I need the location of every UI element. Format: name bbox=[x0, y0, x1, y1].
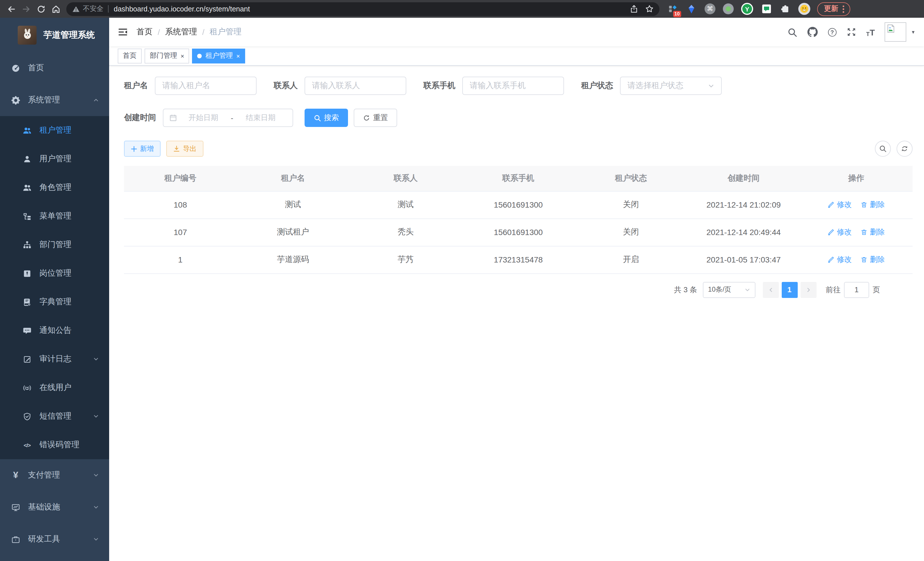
fullscreen-button[interactable] bbox=[842, 27, 861, 37]
date-range-input[interactable]: 开始日期 - 结束日期 bbox=[163, 109, 293, 127]
sidebar-item-sms[interactable]: 短信管理 bbox=[0, 402, 109, 431]
goto-page-input[interactable] bbox=[844, 282, 869, 298]
table-header-row: 租户编号 租户名 联系人 联系手机 租户状态 创建时间 操作 bbox=[124, 166, 913, 191]
start-date-placeholder: 开始日期 bbox=[177, 113, 230, 123]
download-icon bbox=[173, 145, 180, 152]
tags-view: 首页 部门管理 × 租户管理 × bbox=[109, 46, 924, 66]
rabbit-logo-icon bbox=[20, 28, 34, 42]
sidebar-collapse-button[interactable] bbox=[118, 27, 128, 37]
url-bar[interactable]: 不安全 dashboard.yudao.iocoder.cn/system/te… bbox=[66, 2, 659, 16]
extension-command[interactable]: ⌘ bbox=[705, 3, 716, 14]
add-button[interactable]: 新增 bbox=[124, 141, 160, 157]
monitor-icon bbox=[11, 503, 20, 511]
status-select[interactable]: 请选择租户状态 bbox=[620, 77, 722, 95]
export-button[interactable]: 导出 bbox=[166, 141, 203, 157]
table-row: 107 测试租户 秃头 15601691300 关闭 2021-12-14 20… bbox=[124, 218, 913, 246]
extension-balloon[interactable] bbox=[686, 3, 697, 15]
sidebar-item-dict[interactable]: 字典管理 bbox=[0, 288, 109, 316]
refresh-table-button[interactable] bbox=[897, 141, 913, 157]
yen-icon: ¥ bbox=[11, 470, 20, 480]
page-number-current[interactable]: 1 bbox=[782, 282, 797, 298]
update-label: 更新 bbox=[824, 4, 838, 14]
edit-link[interactable]: 修改 bbox=[828, 200, 852, 210]
tab-home[interactable]: 首页 bbox=[118, 48, 142, 63]
sidebar-item-tenant[interactable]: 租户管理 bbox=[0, 116, 109, 145]
tab-dept[interactable]: 部门管理 × bbox=[145, 48, 189, 63]
chevron-up-icon bbox=[93, 97, 99, 103]
font-size-button[interactable]: TT bbox=[861, 27, 880, 37]
page-unit-label: 页 bbox=[873, 284, 880, 295]
chevron-down-icon bbox=[93, 472, 99, 478]
range-separator: - bbox=[230, 114, 235, 122]
sidebar-item-error-code[interactable]: </> 错误码管理 bbox=[0, 431, 109, 459]
avatar[interactable] bbox=[885, 22, 906, 42]
sidebar-item-devtools[interactable]: 研发工具 bbox=[0, 523, 109, 555]
extension-grid-badge[interactable]: 10 bbox=[667, 3, 678, 15]
gear-icon bbox=[11, 96, 20, 104]
org-tree-icon bbox=[23, 241, 32, 249]
breadcrumb-home[interactable]: 首页 bbox=[136, 27, 153, 37]
extension-emoji[interactable] bbox=[798, 3, 810, 15]
system-submenu: 租户管理 用户管理 角色管理 菜单管理 部门管理 bbox=[0, 116, 109, 459]
extensions-puzzle-button[interactable] bbox=[779, 3, 791, 15]
tenant-name-input[interactable]: 请输入租户名 bbox=[155, 77, 256, 95]
browser-reload-button[interactable] bbox=[34, 2, 49, 16]
navbar: 首页 / 系统管理 / 租户管理 ? bbox=[109, 18, 924, 46]
toggle-search-button[interactable] bbox=[875, 141, 891, 157]
sidebar-item-audit-log[interactable]: 审计日志 bbox=[0, 345, 109, 373]
sidebar: 芋道管理系统 首页 系统管理 租户管理 bbox=[0, 18, 109, 561]
browser-home-button[interactable] bbox=[49, 2, 63, 16]
browser-update-button[interactable]: 更新 bbox=[817, 2, 850, 16]
sidebar-item-online-users[interactable]: 在线用户 bbox=[0, 373, 109, 402]
close-icon[interactable]: × bbox=[236, 52, 240, 59]
mobile-input[interactable]: 请输入联系手机 bbox=[462, 77, 564, 95]
contact-label: 联系人 bbox=[274, 81, 304, 91]
omnibox-divider bbox=[108, 5, 109, 13]
bookmark-button[interactable] bbox=[645, 5, 654, 13]
col-created: 创建时间 bbox=[687, 166, 800, 191]
help-button[interactable]: ? bbox=[823, 28, 842, 36]
header-search-button[interactable] bbox=[782, 27, 802, 37]
reset-button[interactable]: 重置 bbox=[354, 109, 397, 127]
extension-chat[interactable] bbox=[760, 3, 772, 15]
edit-link[interactable]: 修改 bbox=[828, 254, 852, 265]
sidebar-item-dept[interactable]: 部门管理 bbox=[0, 230, 109, 259]
extension-y[interactable]: Y bbox=[741, 3, 753, 15]
extension-green-dot[interactable] bbox=[723, 3, 734, 14]
chat-app-icon bbox=[761, 3, 772, 14]
close-icon[interactable]: × bbox=[181, 52, 184, 59]
contact-input[interactable]: 请输入联系人 bbox=[304, 77, 406, 95]
col-tenant-name: 租户名 bbox=[237, 166, 349, 191]
sidebar-item-notice[interactable]: 通知公告 bbox=[0, 316, 109, 345]
sidebar-item-user[interactable]: 用户管理 bbox=[0, 145, 109, 173]
sidebar-item-home[interactable]: 首页 bbox=[0, 52, 109, 84]
sidebar-item-menu[interactable]: 菜单管理 bbox=[0, 202, 109, 230]
app-logo[interactable]: 芋道管理系统 bbox=[0, 18, 109, 52]
next-page-button[interactable] bbox=[800, 282, 816, 298]
edit-link[interactable]: 修改 bbox=[828, 227, 852, 237]
sidebar-item-system[interactable]: 系统管理 bbox=[0, 84, 109, 116]
browser-forward-button[interactable] bbox=[19, 2, 34, 16]
browser-back-button[interactable] bbox=[4, 2, 19, 16]
delete-link[interactable]: 删除 bbox=[861, 227, 885, 237]
sidebar-item-post[interactable]: 岗位管理 bbox=[0, 259, 109, 288]
share-button[interactable] bbox=[630, 5, 638, 13]
delete-link[interactable]: 删除 bbox=[861, 254, 885, 265]
sidebar-item-infra[interactable]: 基础设施 bbox=[0, 491, 109, 523]
green-dot-icon bbox=[726, 6, 731, 11]
chevron-down-icon bbox=[93, 356, 99, 362]
prev-page-button[interactable] bbox=[763, 282, 778, 298]
avatar-caret-icon[interactable]: ▼ bbox=[911, 29, 915, 35]
page-size-select[interactable]: 10条/页 bbox=[703, 282, 755, 298]
breadcrumb-separator: / bbox=[158, 27, 160, 37]
sidebar-item-role[interactable]: 角色管理 bbox=[0, 173, 109, 202]
screen: 不安全 dashboard.yudao.iocoder.cn/system/te… bbox=[0, 0, 924, 561]
delete-link[interactable]: 删除 bbox=[861, 200, 885, 210]
breadcrumb-separator: / bbox=[202, 27, 205, 37]
plus-icon bbox=[131, 146, 137, 152]
forward-icon bbox=[22, 4, 31, 14]
sidebar-item-payment[interactable]: ¥ 支付管理 bbox=[0, 459, 109, 491]
github-link[interactable] bbox=[802, 27, 823, 37]
tab-tenant[interactable]: 租户管理 × bbox=[192, 48, 245, 63]
search-button[interactable]: 搜索 bbox=[304, 109, 348, 127]
